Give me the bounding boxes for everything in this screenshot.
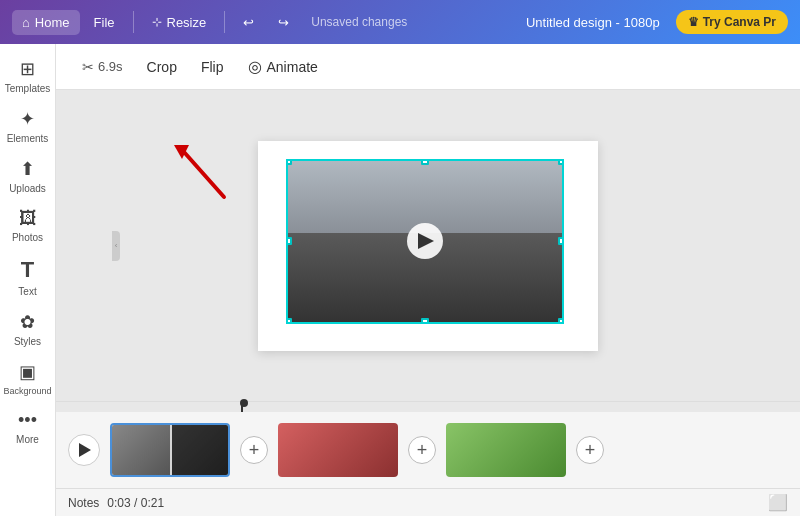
resize-handle-mr[interactable]	[558, 237, 564, 245]
play-icon	[418, 233, 434, 249]
resize-handle-tr[interactable]	[558, 159, 564, 165]
svg-marker-1	[174, 145, 189, 159]
resize-handle-ml[interactable]	[286, 237, 292, 245]
sidebar-item-background[interactable]: ▣ Background	[3, 355, 53, 402]
time-display: 0:03 / 0:21	[107, 496, 164, 510]
timeline-play-icon	[79, 443, 91, 457]
resize-handle-bm[interactable]	[421, 318, 429, 324]
sidebar-item-text[interactable]: T Text	[3, 251, 53, 303]
flip-button[interactable]: Flip	[191, 54, 234, 80]
background-icon: ▣	[19, 361, 36, 383]
more-icon: •••	[18, 410, 37, 431]
panel-collapse-handle[interactable]: ‹	[112, 231, 120, 261]
unsaved-label: Unsaved changes	[311, 15, 407, 29]
chevron-left-icon: ‹	[115, 241, 118, 250]
resize-button[interactable]: ⊹ Resize	[142, 10, 217, 35]
app-layout: ⊞ Templates ✦ Elements ⬆ Uploads 🖼 Photo…	[0, 44, 800, 516]
add-clip-button-3[interactable]: +	[576, 436, 604, 464]
clip-2[interactable]	[278, 423, 398, 477]
undo-icon: ↩	[243, 15, 254, 30]
video-element[interactable]: ↻ ↻	[286, 159, 564, 324]
redo-button[interactable]: ↪	[268, 10, 299, 35]
sidebar-item-styles[interactable]: ✿ Styles	[3, 305, 53, 353]
text-icon: T	[21, 257, 34, 283]
sidebar: ⊞ Templates ✦ Elements ⬆ Uploads 🖼 Photo…	[0, 44, 56, 516]
uploads-icon: ⬆	[20, 158, 35, 180]
sidebar-item-more[interactable]: ••• More	[3, 404, 53, 451]
svg-line-0	[184, 152, 224, 197]
sidebar-item-photos[interactable]: 🖼 Photos	[3, 202, 53, 249]
play-button[interactable]	[407, 223, 443, 259]
templates-icon: ⊞	[20, 58, 35, 80]
clip-1-left	[112, 425, 170, 475]
canvas-page: ↻ ↻	[258, 141, 598, 351]
resize-icon: ⊹	[152, 15, 162, 29]
clip-3[interactable]	[446, 423, 566, 477]
styles-icon: ✿	[20, 311, 35, 333]
fullscreen-button[interactable]: ⬜	[768, 493, 788, 512]
add-clip-button-1[interactable]: +	[240, 436, 268, 464]
notes-button[interactable]: Notes	[68, 496, 99, 510]
timeline-content: + + +	[56, 412, 800, 488]
sidebar-item-elements[interactable]: ✦ Elements	[3, 102, 53, 150]
nav-divider	[133, 11, 134, 33]
resize-handle-br[interactable]	[558, 318, 564, 324]
file-button[interactable]: File	[84, 10, 125, 35]
nav-divider2	[224, 11, 225, 33]
main-content: ✂ 6.9s Crop Flip ◎ Animate ‹	[56, 44, 800, 516]
try-pro-button[interactable]: ♛ Try Canva Pr	[676, 10, 788, 34]
clip-2-inner	[278, 423, 398, 477]
scrubber-position	[241, 402, 243, 412]
clip-3-inner	[446, 423, 566, 477]
duration-display: ✂ 6.9s	[72, 54, 133, 80]
elements-icon: ✦	[20, 108, 35, 130]
clip-1-right	[170, 425, 228, 475]
redo-icon: ↪	[278, 15, 289, 30]
sidebar-item-uploads[interactable]: ⬆ Uploads	[3, 152, 53, 200]
navbar: ⌂ Home File ⊹ Resize ↩ ↪ Unsaved changes…	[0, 0, 800, 44]
clip-1[interactable]	[110, 423, 230, 477]
toolbar: ✂ 6.9s Crop Flip ◎ Animate	[56, 44, 800, 90]
arrow-annotation	[164, 132, 244, 212]
crop-button[interactable]: Crop	[137, 54, 187, 80]
clip-scrub-line	[170, 425, 172, 475]
crown-icon: ♛	[688, 15, 699, 29]
sidebar-item-templates[interactable]: ⊞ Templates	[3, 52, 53, 100]
timeline: + + + Notes 0:03 / 0:21 ⬜	[56, 401, 800, 516]
resize-handle-bl[interactable]	[286, 318, 292, 324]
undo-button[interactable]: ↩	[233, 10, 264, 35]
animate-icon: ◎	[248, 57, 262, 76]
timeline-scrubber[interactable]	[56, 402, 800, 412]
resize-handle-tm[interactable]	[421, 159, 429, 165]
canvas-area: ‹	[56, 90, 800, 401]
scissors-icon: ✂	[82, 59, 94, 75]
home-button[interactable]: ⌂ Home	[12, 10, 80, 35]
timeline-play-button[interactable]	[68, 434, 100, 466]
animate-button[interactable]: ◎ Animate	[238, 52, 328, 81]
design-title: Untitled design - 1080p	[526, 15, 660, 30]
timeline-footer: Notes 0:03 / 0:21 ⬜	[56, 488, 800, 516]
home-icon: ⌂	[22, 15, 30, 30]
add-clip-button-2[interactable]: +	[408, 436, 436, 464]
photos-icon: 🖼	[19, 208, 37, 229]
resize-handle-tl[interactable]	[286, 159, 292, 165]
clip-1-dark	[170, 425, 228, 475]
